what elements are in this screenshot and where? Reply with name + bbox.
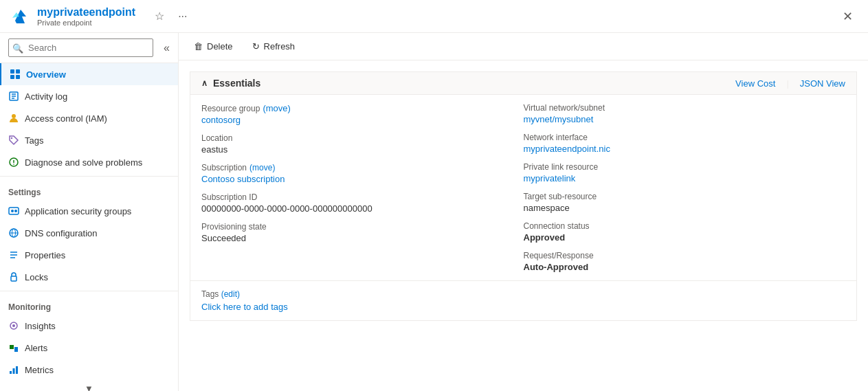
sidebar-item-asg[interactable]: Application security groups <box>0 200 178 222</box>
resource-group-move-link[interactable]: (move) <box>263 103 290 113</box>
sidebar: 🔍 « Overview Activity log <box>0 33 179 391</box>
svg-point-12 <box>13 164 14 165</box>
essentials-title-group: ∧ Essentials <box>201 78 260 89</box>
tags-edit-link[interactable]: (edit) <box>221 289 240 299</box>
sidebar-item-diagnose[interactable]: Diagnose and solve problems <box>0 151 178 173</box>
sidebar-item-activity-log[interactable]: Activity log <box>0 85 178 107</box>
sidebar-item-metrics[interactable]: Metrics <box>0 359 178 381</box>
close-button[interactable]: ✕ <box>838 8 857 25</box>
tags-section: Tags (edit) Click here to add tags <box>190 280 856 320</box>
sidebar-item-properties-label: Properties <box>25 250 65 260</box>
monitoring-section-label: Monitoring <box>0 294 178 315</box>
sidebar-divider-monitoring <box>0 291 178 291</box>
essentials-panel: ∧ Essentials View Cost | JSON View Resou… <box>190 71 857 321</box>
svg-rect-28 <box>13 368 15 374</box>
header-title-group: myprivateendpoint Private endpoint <box>37 5 135 27</box>
essentials-header: ∧ Essentials View Cost | JSON View <box>190 72 856 95</box>
sidebar-item-insights[interactable]: Insights <box>0 315 178 337</box>
essentials-left-col: Resource group (move)contosorg Location … <box>201 103 524 272</box>
sidebar-collapse-button[interactable]: « <box>164 42 170 54</box>
more-options-button[interactable]: ··· <box>175 9 190 24</box>
sidebar-item-tags[interactable]: Tags <box>0 129 178 151</box>
refresh-label: Refresh <box>264 41 296 52</box>
delete-label: Delete <box>207 41 233 52</box>
metrics-icon <box>8 364 19 375</box>
tags-add-link[interactable]: Click here to add tags <box>201 302 845 312</box>
activity-log-icon <box>8 91 19 102</box>
diagnose-icon <box>8 157 19 168</box>
svg-rect-0 <box>10 69 14 74</box>
sidebar-scroll-down[interactable]: ▼ <box>0 381 178 391</box>
settings-section-label: Settings <box>0 179 178 200</box>
delete-button[interactable]: 🗑 Delete <box>190 38 237 54</box>
search-input[interactable] <box>8 38 153 57</box>
sidebar-item-overview-label: Overview <box>26 69 66 80</box>
nic-value[interactable]: myprivateendpoint.nic <box>524 144 846 154</box>
sidebar-item-overview[interactable]: Overview <box>0 63 178 85</box>
main-content: 🗑 Delete ↻ Refresh ∧ Essentials View Cos… <box>179 33 868 391</box>
insights-icon <box>8 320 19 331</box>
sidebar-item-locks[interactable]: Locks <box>0 266 178 288</box>
sidebar-search-container: 🔍 « <box>0 33 178 63</box>
overview-icon <box>10 69 21 80</box>
connection-status-value: Approved <box>524 232 846 243</box>
svg-rect-25 <box>10 345 14 349</box>
location-label: Location <box>201 133 524 143</box>
subscription-link[interactable]: Contoso subscription <box>201 174 524 184</box>
sidebar-item-diagnose-label: Diagnose and solve problems <box>25 157 142 168</box>
sidebar-divider-settings <box>0 176 178 177</box>
app-logo <box>11 7 30 26</box>
nic-label: Network interface <box>524 133 846 142</box>
request-response-value: Auto-Approved <box>524 262 846 272</box>
resource-group-field: Resource group (move)contosorg <box>201 103 524 125</box>
provisioning-state-field: Provisioning state Succeeded <box>201 222 524 243</box>
svg-rect-3 <box>16 75 20 79</box>
essentials-body: Resource group (move)contosorg Location … <box>190 95 856 280</box>
resource-title: myprivateendpoint <box>37 5 135 19</box>
svg-rect-27 <box>10 371 12 374</box>
asg-icon <box>8 205 19 216</box>
sidebar-item-dns-label: DNS configuration <box>25 228 98 238</box>
iam-icon <box>8 113 19 124</box>
sidebar-item-iam[interactable]: Access control (IAM) <box>0 107 178 129</box>
favorite-button[interactable]: ☆ <box>152 8 167 24</box>
svg-point-9 <box>11 137 12 139</box>
subscription-id-label: Subscription ID <box>201 192 524 202</box>
essentials-collapse-icon[interactable]: ∧ <box>201 78 208 88</box>
locks-icon <box>8 271 19 282</box>
view-cost-button[interactable]: View Cost <box>735 78 775 89</box>
sidebar-item-alerts[interactable]: Alerts <box>0 337 178 359</box>
sidebar-item-dns[interactable]: DNS configuration <box>0 222 178 244</box>
sidebar-item-locks-label: Locks <box>25 272 48 282</box>
resource-group-link[interactable]: contosorg <box>201 115 524 125</box>
refresh-button[interactable]: ↻ Refresh <box>248 38 300 54</box>
svg-point-14 <box>11 210 14 212</box>
subscription-move-link[interactable]: (move) <box>249 163 275 172</box>
vnet-value[interactable]: myvnet/mysubnet <box>524 114 846 124</box>
sidebar-item-asg-label: Application security groups <box>25 206 131 216</box>
sidebar-item-iam-label: Access control (IAM) <box>25 113 107 124</box>
sidebar-item-properties[interactable]: Properties <box>0 244 178 266</box>
private-link-label: Private link resource <box>524 162 846 172</box>
subscription-field: Subscription (move)Contoso subscription <box>201 163 524 184</box>
private-link-field: Private link resource myprivatelink <box>524 162 846 183</box>
vnet-label: Virtual network/subnet <box>524 103 846 113</box>
dns-icon <box>8 227 19 238</box>
svg-rect-26 <box>14 347 18 352</box>
header-icons: ☆ ··· <box>152 8 190 24</box>
private-link-value[interactable]: myprivatelink <box>524 173 846 183</box>
location-value: eastus <box>201 144 524 155</box>
actions-separator: | <box>786 78 788 89</box>
location-field: Location eastus <box>201 133 524 155</box>
sidebar-item-metrics-label: Metrics <box>25 365 54 375</box>
delete-icon: 🗑 <box>194 41 203 52</box>
request-response-field: Request/Response Auto-Approved <box>524 251 846 272</box>
sidebar-item-insights-label: Insights <box>25 321 56 331</box>
json-view-button[interactable]: JSON View <box>800 78 845 89</box>
essentials-title: Essentials <box>213 78 260 89</box>
svg-rect-2 <box>10 75 14 79</box>
resource-subtitle: Private endpoint <box>37 19 135 27</box>
search-icon: 🔍 <box>12 43 23 53</box>
svg-rect-1 <box>16 69 20 74</box>
nic-field: Network interface myprivateendpoint.nic <box>524 133 846 154</box>
